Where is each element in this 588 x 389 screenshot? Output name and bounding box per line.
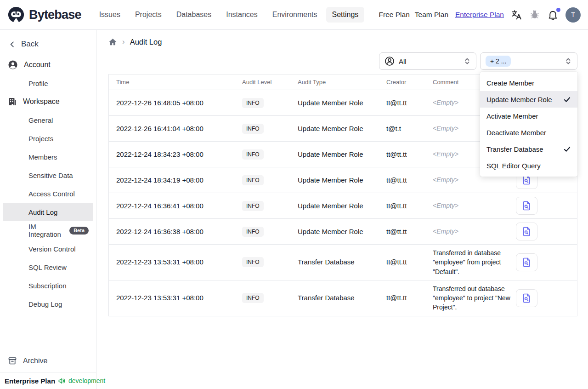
row-audit-type: Update Member Role <box>298 202 363 210</box>
account-items: Profile <box>0 74 96 92</box>
sidebar-item-members[interactable]: Members <box>3 148 93 166</box>
row-creator: t@t.t <box>386 125 401 132</box>
row-audit-type: Transfer Database <box>298 258 355 266</box>
file-search-icon <box>522 257 531 267</box>
row-time: 2022-12-24 16:36:41 +08:00 <box>116 202 204 210</box>
translate-icon[interactable] <box>511 9 522 21</box>
row-creator: tt@tt.tt <box>386 202 407 210</box>
audit-type-filter-tag: + 2 ... <box>486 56 511 67</box>
creator-filter-value: All <box>399 57 407 65</box>
audit-level-badge: INFO <box>242 293 264 303</box>
audit-level-badge: INFO <box>242 124 264 134</box>
account-section-header: Account <box>0 56 96 74</box>
nav-item-instances[interactable]: Instances <box>220 7 263 23</box>
sidebar-item-subscription[interactable]: Subscription <box>3 276 93 295</box>
view-detail-button[interactable] <box>516 223 537 240</box>
nav-item-databases[interactable]: Databases <box>170 7 218 23</box>
file-search-icon <box>522 293 531 303</box>
row-comment: <Empty> <box>433 228 463 235</box>
row-creator: tt@tt.tt <box>386 294 407 302</box>
audit-level-badge: INFO <box>242 257 264 267</box>
audit-level-badge: INFO <box>242 227 264 237</box>
file-search-icon <box>522 175 531 185</box>
creator-filter-select[interactable]: All <box>379 52 476 70</box>
sidebar-footer: Enterprise Plan development <box>0 372 96 389</box>
sidebar-item-projects[interactable]: Projects <box>3 129 93 148</box>
enterprise-plan-link[interactable]: Enterprise Plan <box>455 11 504 19</box>
row-comment: <Empty> <box>433 125 463 132</box>
row-creator: tt@tt.tt <box>386 176 407 184</box>
row-comment: <Empty> <box>433 176 463 183</box>
bytebase-logo[interactable]: Bytebase <box>7 6 81 23</box>
row-audit-type: Update Member Role <box>298 99 363 107</box>
file-search-icon <box>522 227 531 236</box>
column-header-creator: Creator <box>386 79 433 86</box>
audit-log-page: › Audit Log All <box>96 30 588 389</box>
row-audit-type: Transfer Database <box>298 294 355 302</box>
sidebar-item-sql-review[interactable]: SQL Review <box>3 258 93 276</box>
archive-box-icon <box>8 356 17 366</box>
sidebar-item-general[interactable]: General <box>3 111 93 129</box>
view-detail-button[interactable] <box>516 253 537 271</box>
menu-item-sql-editor-query[interactable]: SQL Editor Query <box>480 157 577 174</box>
beta-badge: Beta <box>69 227 89 235</box>
nav-item-issues[interactable]: Issues <box>93 7 126 23</box>
navbar-right: Free Plan Team Plan Enterprise Plan <box>379 7 581 23</box>
sidebar-item-version-control[interactable]: Version Control <box>3 240 93 258</box>
sidebar-item-sensitive-data[interactable]: Sensitive Data <box>3 166 93 184</box>
row-creator: tt@tt.tt <box>386 228 407 235</box>
current-plan-label: Enterprise Plan <box>5 377 55 385</box>
view-detail-button[interactable] <box>516 289 537 307</box>
sidebar-item-im-integration[interactable]: IM Integration Beta <box>3 221 93 240</box>
breadcrumb-current: Audit Log <box>130 38 162 46</box>
home-icon[interactable] <box>108 38 117 46</box>
free-plan-label: Free Plan <box>379 11 410 19</box>
menu-item-deactivate-member[interactable]: Deactivate Member <box>480 124 577 141</box>
row-comment: <Empty> <box>433 202 463 209</box>
row-creator: tt@tt.tt <box>386 258 407 266</box>
nav-item-settings[interactable]: Settings <box>326 7 365 23</box>
view-detail-button[interactable] <box>516 197 537 215</box>
sidebar-item-access-control[interactable]: Access Control <box>3 184 93 203</box>
notification-bell-icon[interactable] <box>547 9 559 21</box>
column-header-audit-level: Audit Level <box>242 79 298 86</box>
audit-type-filter-select[interactable]: + 2 ... <box>480 52 577 70</box>
nav-item-environments[interactable]: Environments <box>266 7 323 23</box>
settings-sidebar: Back Account Profile <box>0 30 96 389</box>
row-time: 2022-12-23 13:53:31 +08:00 <box>116 258 204 266</box>
back-button[interactable]: Back <box>0 35 96 53</box>
row-creator: tt@tt.tt <box>386 150 407 158</box>
menu-item-update-member-role[interactable]: Update Member Role <box>480 91 577 108</box>
top-navbar: Bytebase IssuesProjectsDatabasesInstance… <box>0 0 588 30</box>
menu-item-transfer-database[interactable]: Transfer Database <box>480 141 577 157</box>
filter-row: All + 2 ... <box>108 52 577 70</box>
row-comment: <Empty> <box>433 150 463 158</box>
menu-item-activate-member[interactable]: Activate Member <box>480 108 577 124</box>
sidebar-item-audit-log[interactable]: Audit Log <box>3 203 93 221</box>
nav-item-projects[interactable]: Projects <box>129 7 168 23</box>
row-time: 2022-12-24 18:34:23 +08:00 <box>116 150 204 158</box>
sidebar-item-archive[interactable]: Archive <box>0 351 96 371</box>
file-search-icon <box>522 201 531 211</box>
sidebar-item-profile[interactable]: Profile <box>3 74 93 92</box>
brand-name: Bytebase <box>29 8 81 22</box>
building-icon <box>8 97 17 106</box>
menu-item-create-member[interactable]: Create Member <box>480 74 577 91</box>
bug-report-icon[interactable] <box>529 9 540 20</box>
audit-log-row: 2022-12-24 16:36:38 +08:00 INFO Update M… <box>109 219 577 245</box>
back-label: Back <box>21 40 39 49</box>
row-creator: tt@tt.tt <box>386 99 407 107</box>
user-circle-icon <box>8 60 18 70</box>
main-nav: IssuesProjectsDatabasesInstancesEnvironm… <box>93 7 365 23</box>
notification-dot <box>556 8 560 12</box>
column-header-time: Time <box>109 79 242 86</box>
check-icon <box>563 145 571 153</box>
sidebar-item-debug-log[interactable]: Debug Log <box>3 295 93 313</box>
row-time: 2022-12-26 16:41:04 +08:00 <box>116 125 204 132</box>
user-avatar[interactable]: T <box>565 7 581 23</box>
row-time: 2022-12-24 16:36:38 +08:00 <box>116 228 204 235</box>
audit-log-row: 2022-12-23 13:53:31 +08:00 INFO Transfer… <box>109 245 577 280</box>
team-plan-label: Team Plan <box>415 11 448 19</box>
row-audit-type: Update Member Role <box>298 150 363 158</box>
speaker-icon <box>58 377 66 385</box>
